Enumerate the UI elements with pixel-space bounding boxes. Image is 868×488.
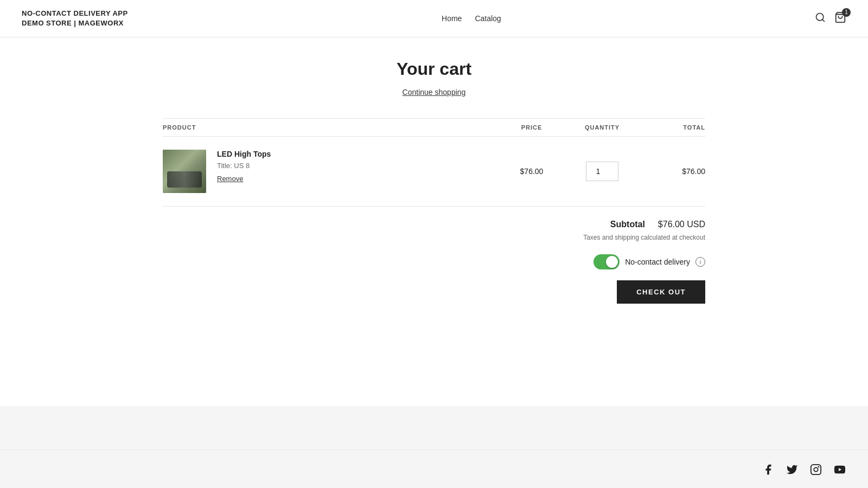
no-contact-row: No-contact delivery i <box>593 254 705 269</box>
cart-table: PRODUCT PRICE QUANTITY TOTAL LED High To… <box>163 118 705 304</box>
search-icon[interactable] <box>815 12 826 25</box>
site-header: NO-CONTACT DELIVERY APP DEMO STORE | MAG… <box>0 0 868 37</box>
no-contact-label: No-contact delivery <box>625 258 690 266</box>
svg-point-4 <box>814 468 818 472</box>
header-icons: 1 <box>815 11 846 26</box>
col-quantity: QUANTITY <box>564 124 640 131</box>
site-logo[interactable]: NO-CONTACT DELIVERY APP DEMO STORE | MAG… <box>22 9 128 28</box>
page-title: Your cart <box>22 59 846 79</box>
product-info: LED High Tops Title: US 8 Remove <box>217 150 499 183</box>
remove-button[interactable]: Remove <box>217 175 243 183</box>
youtube-icon[interactable] <box>833 463 846 476</box>
no-contact-toggle[interactable] <box>593 254 620 269</box>
facebook-icon[interactable] <box>762 463 775 476</box>
nav-catalog[interactable]: Catalog <box>475 14 501 23</box>
svg-rect-3 <box>811 465 821 474</box>
product-name: LED High Tops <box>217 150 499 158</box>
item-total: $76.00 <box>640 167 705 176</box>
taxes-note: Taxes and shipping calculated at checkou… <box>583 234 705 241</box>
subtotal-value: $76.00 USD <box>658 220 705 229</box>
checkout-button[interactable]: CHECK OUT <box>617 280 705 304</box>
main-content: Your cart Continue shopping PRODUCT PRIC… <box>0 37 868 406</box>
subtotal-row: Subtotal $76.00 USD <box>610 220 705 229</box>
svg-line-1 <box>822 20 825 22</box>
svg-point-5 <box>818 466 820 468</box>
site-footer <box>0 450 868 488</box>
table-row: LED High Tops Title: US 8 Remove $76.00 … <box>163 137 705 207</box>
cart-icon[interactable]: 1 <box>834 11 846 26</box>
quantity-input[interactable] <box>586 162 618 181</box>
product-variant: Title: US 8 <box>217 162 499 170</box>
col-price: PRICE <box>499 124 564 131</box>
cart-header-row: PRODUCT PRICE QUANTITY TOTAL <box>163 118 705 137</box>
twitter-icon[interactable] <box>786 463 799 476</box>
continue-shopping-link[interactable]: Continue shopping <box>403 88 466 97</box>
instagram-icon[interactable] <box>809 463 822 476</box>
product-cell: LED High Tops Title: US 8 Remove <box>163 150 499 193</box>
cart-summary: Subtotal $76.00 USD Taxes and shipping c… <box>163 207 705 304</box>
subtotal-label: Subtotal <box>610 220 645 229</box>
info-icon[interactable]: i <box>695 257 705 267</box>
item-price: $76.00 <box>499 167 564 176</box>
gray-separator <box>0 406 868 450</box>
product-image <box>163 150 206 193</box>
main-nav: Home Catalog <box>442 14 501 23</box>
continue-shopping-wrapper: Continue shopping <box>22 88 846 97</box>
col-product: PRODUCT <box>163 124 499 131</box>
col-total: TOTAL <box>640 124 705 131</box>
nav-home[interactable]: Home <box>442 14 462 23</box>
item-quantity-cell <box>564 162 640 181</box>
cart-count: 1 <box>842 8 851 17</box>
